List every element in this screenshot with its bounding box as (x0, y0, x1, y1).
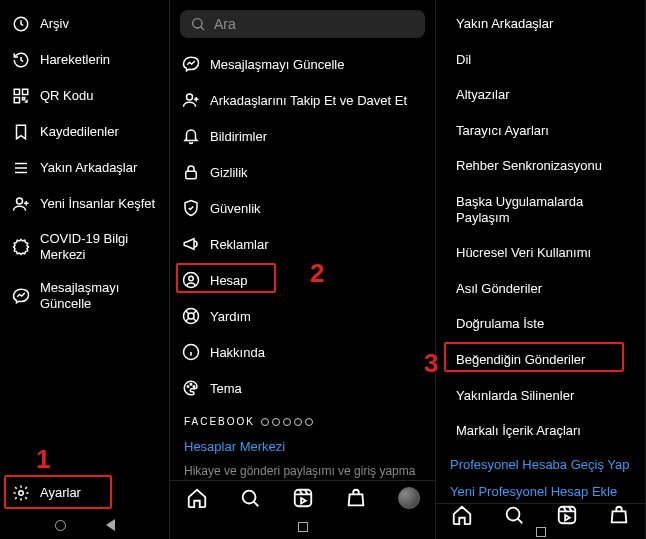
account-item[interactable]: Başka Uygulamalarda Paylaşım (444, 184, 645, 235)
account-list: Yakın Arkadaşlar Dil Altyazılar Tarayıcı… (436, 6, 645, 449)
megaphone-icon (182, 235, 200, 253)
bell-icon (182, 127, 200, 145)
settings-label: Tema (210, 381, 429, 397)
nav-home-icon[interactable] (55, 520, 66, 531)
account-item[interactable]: Doğrulama İste (444, 306, 645, 342)
settings-label: Güvenlik (210, 201, 429, 217)
menu-qr[interactable]: QR Kodu (8, 78, 169, 114)
nav-back-icon[interactable] (106, 519, 115, 531)
user-circle-icon (182, 271, 200, 289)
messenger-icon (12, 287, 30, 305)
accounts-center-subtext: Hikaye ve gönderi paylaşımı ve giriş yap… (170, 458, 435, 480)
panel-account: Yakın Arkadaşlar Dil Altyazılar Tarayıcı… (436, 0, 646, 539)
nav-profile-avatar[interactable] (398, 487, 420, 509)
menu-label: Ayarlar (40, 485, 163, 501)
lifebuoy-icon (182, 307, 200, 325)
nav-home[interactable] (451, 504, 473, 526)
accounts-center-link[interactable]: Hesaplar Merkezi (170, 431, 435, 458)
bottom-nav (170, 480, 435, 515)
shield-icon (182, 199, 200, 217)
menu-archive[interactable]: Arşiv (8, 6, 169, 42)
bookmark-icon (12, 123, 30, 141)
account-item[interactable]: Altyazılar (444, 77, 645, 113)
search-icon (190, 16, 206, 32)
settings-list: Mesajlaşmayı Güncelle Arkadaşlarını Taki… (170, 46, 435, 406)
settings-invite[interactable]: Arkadaşlarını Takip Et ve Davet Et (178, 82, 435, 118)
settings-notifications[interactable]: Bildirimler (178, 118, 435, 154)
account-item[interactable]: Hücresel Veri Kullanımı (444, 235, 645, 271)
settings-label: Bildirimler (210, 129, 429, 145)
account-item[interactable]: Beğendiğin Gönderiler (444, 342, 645, 378)
menu-label: Yeni İnsanlar Keşfet (40, 196, 163, 212)
menu-close-friends[interactable]: Yakın Arkadaşlar (8, 150, 169, 186)
settings-label: Hesap (210, 273, 429, 289)
menu-covid[interactable]: COVID-19 Bilgi Merkezi (8, 222, 169, 271)
menu-label: COVID-19 Bilgi Merkezi (40, 231, 163, 262)
bottom-nav (436, 503, 645, 526)
settings-help[interactable]: Yardım (178, 298, 435, 334)
heart-badge-icon (12, 238, 30, 256)
account-recently-deleted[interactable]: Yakınlarda Silinenler (444, 378, 645, 414)
nav-shop[interactable] (345, 487, 367, 509)
account-item[interactable]: Dil (444, 42, 645, 78)
nav-search[interactable] (239, 487, 261, 509)
panel-settings: Ara Mesajlaşmayı Güncelle Arkadaşlarını … (170, 0, 436, 539)
nav-reels[interactable] (292, 487, 314, 509)
settings-ads[interactable]: Reklamlar (178, 226, 435, 262)
add-professional-link[interactable]: Yeni Profesyonel Hesap Ekle (436, 476, 645, 503)
system-nav (436, 526, 645, 539)
lock-icon (182, 163, 200, 181)
account-item[interactable]: Yakın Arkadaşlar (444, 6, 645, 42)
clock-back-icon (12, 51, 30, 69)
account-item[interactable]: Asıl Gönderiler (444, 271, 645, 307)
facebook-section: FACEBOOK (170, 406, 435, 431)
gear-icon (12, 484, 30, 502)
menu-label: Yakın Arkadaşlar (40, 160, 163, 176)
menu-saved[interactable]: Kaydedilenler (8, 114, 169, 150)
menu-label: Mesajlaşmayı Güncelle (40, 280, 163, 311)
settings-theme[interactable]: Tema (178, 370, 435, 406)
menu-label: Kaydedilenler (40, 124, 163, 140)
menu-activity[interactable]: Hareketlerin (8, 42, 169, 78)
menu-discover[interactable]: Yeni İnsanlar Keşfet (8, 186, 169, 222)
nav-recent-icon[interactable] (536, 527, 546, 537)
account-item[interactable]: Markalı İçerik Araçları (444, 413, 645, 449)
nav-reels[interactable] (556, 504, 578, 526)
settings-label: Hakkında (210, 345, 429, 361)
settings-label: Mesajlaşmayı Güncelle (210, 57, 429, 73)
settings-about[interactable]: Hakkında (178, 334, 435, 370)
facebook-app-icons (261, 418, 313, 426)
settings-section: Ayarlar (0, 475, 169, 511)
menu-settings[interactable]: Ayarlar (8, 475, 169, 511)
nav-search[interactable] (503, 504, 525, 526)
person-add-icon (12, 195, 30, 213)
account-item[interactable]: Rehber Senkronizasyonu (444, 148, 645, 184)
system-nav (0, 511, 169, 539)
settings-account[interactable]: Hesap (178, 262, 435, 298)
messenger-icon (182, 55, 200, 73)
menu-label: QR Kodu (40, 88, 163, 104)
clock-icon (12, 15, 30, 33)
search-input[interactable]: Ara (180, 10, 425, 38)
person-add-icon (182, 91, 200, 109)
nav-shop[interactable] (608, 504, 630, 526)
info-icon (182, 343, 200, 361)
account-item[interactable]: Tarayıcı Ayarları (444, 113, 645, 149)
nav-home[interactable] (186, 487, 208, 509)
switch-professional-link[interactable]: Profesyonel Hesaba Geçiş Yap (436, 449, 645, 476)
search-placeholder: Ara (214, 16, 236, 32)
settings-privacy[interactable]: Gizlilik (178, 154, 435, 190)
menu-list: Arşiv Hareketlerin QR Kodu Kaydedilenler… (0, 6, 169, 320)
settings-label: Arkadaşlarını Takip Et ve Davet Et (210, 93, 429, 109)
menu-label: Arşiv (40, 16, 163, 32)
system-nav (170, 516, 435, 539)
settings-messaging[interactable]: Mesajlaşmayı Güncelle (178, 46, 435, 82)
facebook-label: FACEBOOK (184, 416, 255, 427)
nav-recent-icon[interactable] (298, 522, 308, 532)
settings-label: Gizlilik (210, 165, 429, 181)
settings-label: Reklamlar (210, 237, 429, 253)
list-icon (12, 159, 30, 177)
settings-security[interactable]: Güvenlik (178, 190, 435, 226)
qr-icon (12, 87, 30, 105)
menu-messaging[interactable]: Mesajlaşmayı Güncelle (8, 271, 169, 320)
